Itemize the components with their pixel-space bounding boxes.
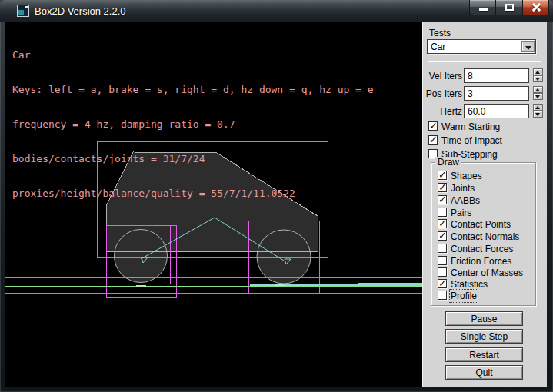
simulation-canvas[interactable]: Car Keys: left = a, brake = s, right = d… (5, 22, 422, 387)
spin-up-button[interactable] (533, 86, 543, 93)
checkbox-label: Profile (451, 291, 477, 301)
arrow-down-icon (535, 78, 540, 81)
pos-iters-input[interactable]: 3 (464, 86, 529, 101)
checkbox-label: Shapes (451, 171, 482, 181)
vel-iters-spinner (533, 68, 543, 83)
box2d-window: Box2D Version 2.2.0 (0, 0, 553, 392)
checkbox-icon[interactable] (438, 171, 447, 180)
checkbox-icon[interactable] (438, 195, 447, 204)
checkbox-icon[interactable] (428, 135, 438, 145)
window-controls (469, 0, 549, 15)
close-button[interactable] (523, 0, 549, 15)
restart-button[interactable]: Restart (445, 347, 523, 362)
checkbox-label: Statistics (451, 279, 488, 290)
pause-button[interactable]: Pause (445, 311, 523, 326)
arrow-up-icon (535, 71, 540, 74)
spin-up-button[interactable] (533, 68, 543, 75)
vel-iters-label: Vel Iters (429, 71, 462, 81)
checkbox-icon[interactable] (438, 244, 447, 253)
checkbox-icon[interactable] (428, 121, 438, 131)
arrow-down-icon (535, 95, 540, 98)
checkbox-label: Friction Forces (451, 256, 511, 267)
tests-selected-value: Car (431, 42, 445, 52)
spin-down-button[interactable] (533, 111, 543, 118)
minimize-button[interactable] (469, 0, 496, 15)
hertz-input[interactable]: 60.0 (464, 104, 529, 118)
checkbox-icon[interactable] (438, 219, 447, 228)
checkbox-label: Warm Starting (441, 121, 500, 132)
minimize-icon (479, 8, 488, 11)
quit-button[interactable]: Quit (445, 365, 523, 380)
hud-line-bodies: bodies/contacts/joints = 31/7/24 (12, 153, 374, 164)
checkbox-icon[interactable] (438, 256, 447, 265)
hud-line-keys: Keys: left = a, brake = s, right = d, hz… (12, 84, 374, 95)
spin-down-button[interactable] (533, 75, 543, 82)
contact-point-rear (136, 285, 146, 287)
control-panel: Tests Car Vel Iters 8 Pos Iters 3 (422, 22, 547, 387)
checkbox-icon[interactable] (438, 208, 447, 217)
app-icon (17, 5, 29, 17)
dropdown-button[interactable] (521, 41, 535, 52)
checkbox-label: Contact Points (451, 219, 511, 230)
spin-down-button[interactable] (533, 93, 543, 100)
close-icon (531, 2, 541, 12)
arrow-down-icon (535, 113, 540, 116)
window-title: Box2D Version 2.2.0 (35, 5, 126, 17)
checkbox-icon[interactable] (438, 279, 447, 288)
checkbox-label: Pairs (451, 208, 471, 218)
single-step-button[interactable]: Single Step (445, 329, 523, 344)
contact-point-front (275, 284, 285, 286)
hud-line-title: Car (12, 49, 374, 61)
spin-up-button[interactable] (533, 104, 543, 111)
hud-line-frequency: frequency = 4 hz, damping ratio = 0.7 (12, 118, 374, 130)
pos-iters-spinner (533, 86, 543, 101)
checkbox-label: Center of Masses (451, 267, 523, 278)
checkbox-icon[interactable] (438, 231, 447, 241)
vel-iters-row: Vel Iters 8 (422, 68, 547, 83)
checkbox-label: Time of Impact (441, 135, 502, 146)
hud-line-proxies: proxies/height/balance/quality = 55/7/1/… (12, 188, 374, 199)
checkbox-icon[interactable] (438, 267, 447, 277)
hertz-spinner (533, 104, 543, 118)
chevron-down-icon (525, 46, 531, 50)
debug-hud: Car Keys: left = a, brake = s, right = d… (12, 26, 374, 222)
tests-label: Tests (429, 28, 451, 38)
arrow-up-icon (535, 106, 540, 109)
maximize-button[interactable] (496, 0, 523, 15)
pos-iters-row: Pos Iters 3 (422, 86, 547, 101)
hertz-label: Hertz (440, 106, 462, 117)
checkbox-label: Contact Normals (451, 231, 519, 242)
tests-dropdown[interactable]: Car (427, 39, 536, 54)
separator (428, 61, 541, 62)
arrow-up-icon (535, 88, 540, 91)
draw-group-legend: Draw (435, 157, 461, 168)
checkbox-icon[interactable] (438, 183, 447, 192)
checkbox-label: Contact Forces (451, 244, 513, 254)
draw-group: Draw Shapes Joints AABBs Pairs (431, 162, 536, 306)
client-area: Car Keys: left = a, brake = s, right = d… (5, 22, 547, 387)
pos-iters-label: Pos Iters (426, 88, 462, 99)
checkbox-label: Joints (451, 183, 475, 194)
hertz-row: Hertz 60.0 (422, 104, 547, 118)
title-bar[interactable]: Box2D Version 2.2.0 (0, 0, 553, 22)
checkbox-icon[interactable] (438, 291, 447, 300)
checkbox-label: AABBs (451, 195, 480, 206)
maximize-icon (505, 4, 514, 11)
vel-iters-input[interactable]: 8 (464, 68, 529, 83)
